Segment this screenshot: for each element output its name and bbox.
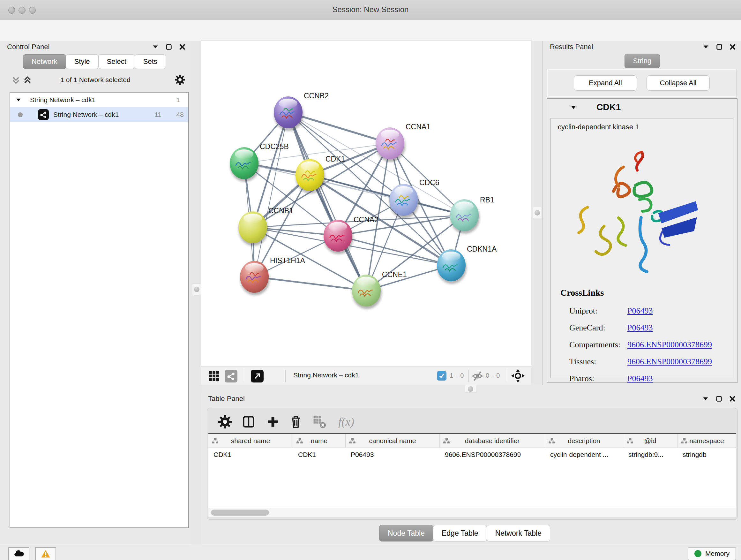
collapse-all-button[interactable]: Collapse All: [647, 75, 710, 91]
edge-count: 48: [177, 111, 184, 118]
table-row[interactable]: CDK1CDK1P064939606.ENSP00000378699cyclin…: [208, 448, 736, 461]
function-builder-disabled: f(x): [333, 413, 359, 431]
gene-section-header[interactable]: CDK1: [547, 99, 737, 116]
move-crosshair-icon[interactable]: [511, 369, 525, 382]
panel-float-icon[interactable]: [716, 44, 723, 51]
selected-checkbox[interactable]: [437, 371, 447, 381]
column-header-name[interactable]: name: [293, 434, 346, 448]
panel-float-icon[interactable]: [165, 44, 172, 51]
cell-shared-name[interactable]: CDK1: [208, 448, 293, 461]
column-header-description[interactable]: description: [545, 434, 623, 448]
table-horizontal-scrollbar[interactable]: [208, 508, 736, 517]
network-row-selected[interactable]: String Network – cdk1 11 48: [10, 107, 188, 122]
collapse-triangle-icon[interactable]: [569, 104, 577, 111]
splitter-handle[interactable]: [533, 207, 542, 219]
delete-column-button[interactable]: [287, 413, 305, 431]
share-network-button[interactable]: [225, 370, 238, 382]
node-CDC25B[interactable]: [230, 147, 259, 182]
cell-name[interactable]: CDK1: [293, 448, 346, 461]
show-columns-button[interactable]: [240, 413, 258, 431]
crosslink-link[interactable]: P06493: [627, 306, 653, 316]
panel-menu-icon[interactable]: [702, 44, 710, 51]
tab-string[interactable]: String: [624, 54, 660, 68]
horizontal-splitter[interactable]: [201, 385, 741, 393]
panel-menu-icon[interactable]: [152, 44, 159, 51]
table-panel-tabs: Node TableEdge TableNetwork Table: [379, 525, 550, 542]
crosslink-row: GeneCard:P06493: [569, 319, 726, 336]
cell-description[interactable]: cyclin-dependent ...: [545, 448, 623, 461]
cloud-status-button[interactable]: [8, 547, 29, 560]
node-HIST1H1A[interactable]: [240, 261, 270, 295]
tab-network[interactable]: Network: [23, 54, 66, 69]
network-collection-row[interactable]: String Network – cdk1 1: [10, 92, 188, 107]
crosslinks-heading: CrossLinks: [560, 288, 604, 298]
plus-icon: [266, 415, 280, 428]
edge-CCNB2-CCNA1[interactable]: [288, 112, 390, 143]
column-header--id[interactable]: @id: [623, 434, 677, 448]
cell-canonical-name[interactable]: P06493: [346, 448, 440, 461]
cell--id[interactable]: stringdb:9...: [623, 448, 677, 461]
panel-menu-icon[interactable]: [702, 395, 709, 402]
panel-close-icon[interactable]: [729, 44, 736, 51]
table-settings-button[interactable]: [216, 413, 234, 431]
column-header-database-identifier[interactable]: database identifier: [440, 434, 545, 448]
network-canvas[interactable]: CCNB2CCNA1CDC25BCDK1CDC6RB1CCNB1CCNA2CDK…: [201, 41, 531, 367]
network-collection-label: String Network – cdk1: [30, 96, 95, 104]
right-splitter[interactable]: [531, 41, 542, 385]
splitter-handle[interactable]: [465, 385, 476, 393]
splitter-handle[interactable]: [192, 284, 201, 295]
expand-all-icon[interactable]: [23, 75, 32, 85]
warnings-button[interactable]: [35, 547, 56, 560]
left-splitter[interactable]: [191, 41, 201, 545]
node-CCNA2[interactable]: [324, 220, 353, 254]
tab-node-table[interactable]: Node Table: [379, 525, 433, 542]
hidden-eye-slash-icon[interactable]: [472, 370, 483, 382]
tab-style[interactable]: Style: [66, 54, 98, 69]
protein-structure-image: [569, 146, 713, 277]
node-CCNE1[interactable]: [352, 274, 382, 309]
node-CCNB2[interactable]: [274, 97, 304, 131]
string-network-icon: [38, 109, 49, 120]
control-panel-tabs: NetworkStyleSelectSets: [23, 54, 165, 69]
column-header-namespace[interactable]: namespace: [677, 434, 736, 448]
cell-namespace[interactable]: stringdb: [677, 448, 736, 461]
node-CDKN1A[interactable]: [437, 249, 467, 284]
grid-view-icon[interactable]: [208, 370, 220, 382]
tab-select[interactable]: Select: [98, 54, 135, 69]
edge-HIST1H1A-CCNE1[interactable]: [254, 277, 366, 291]
column-header-shared-name[interactable]: shared name: [208, 434, 293, 448]
gene-details-box: CDK1 cyclin-dependent kinase 1: [547, 98, 738, 383]
scrollbar-thumb[interactable]: [211, 509, 269, 516]
node-label-CDKN1A: CDKN1A: [467, 245, 497, 253]
node-CCNA1[interactable]: [376, 127, 405, 162]
collapse-all-icon[interactable]: [11, 75, 20, 85]
tab-edge-table[interactable]: Edge Table: [433, 525, 487, 542]
crosslink-label: Compartments:: [569, 340, 627, 350]
node-CDK1[interactable]: [295, 159, 325, 193]
cell-database-identifier[interactable]: 9606.ENSP00000378699: [440, 448, 545, 461]
column-header-canonical-name[interactable]: canonical name: [346, 434, 440, 448]
crosslink-link[interactable]: P06493: [627, 323, 653, 333]
panel-close-icon[interactable]: [729, 395, 736, 402]
crosslink-label: Tissues:: [569, 357, 627, 367]
control-panel-title: Control Panel: [0, 43, 50, 51]
birds-eye-view-button[interactable]: [251, 370, 264, 382]
node-CDC6[interactable]: [389, 184, 419, 219]
edge-CCNA2-CDKN1A[interactable]: [338, 236, 451, 265]
chevron-down-icon[interactable]: [15, 97, 22, 103]
add-column-button[interactable]: [264, 413, 282, 431]
edge-CCNB2-HIST1H1A[interactable]: [254, 112, 288, 277]
gear-icon[interactable]: [175, 75, 185, 85]
crosslink-link[interactable]: 9606.ENSP00000378699: [627, 357, 712, 367]
column-label: name: [311, 437, 328, 445]
crosslink-link[interactable]: P06493: [627, 374, 653, 383]
tab-network-table[interactable]: Network Table: [487, 525, 550, 542]
memory-button[interactable]: Memory: [688, 547, 736, 560]
expand-all-button[interactable]: Expand All: [574, 75, 637, 91]
node-RB1[interactable]: [450, 199, 480, 234]
panel-close-icon[interactable]: [179, 44, 186, 51]
panel-float-icon[interactable]: [716, 395, 723, 402]
string-network-graph[interactable]: CCNB2CCNA1CDC25BCDK1CDC6RB1CCNB1CCNA2CDK…: [201, 41, 531, 367]
crosslink-link[interactable]: 9606.ENSP00000378699: [627, 340, 712, 350]
tab-sets[interactable]: Sets: [135, 54, 166, 69]
